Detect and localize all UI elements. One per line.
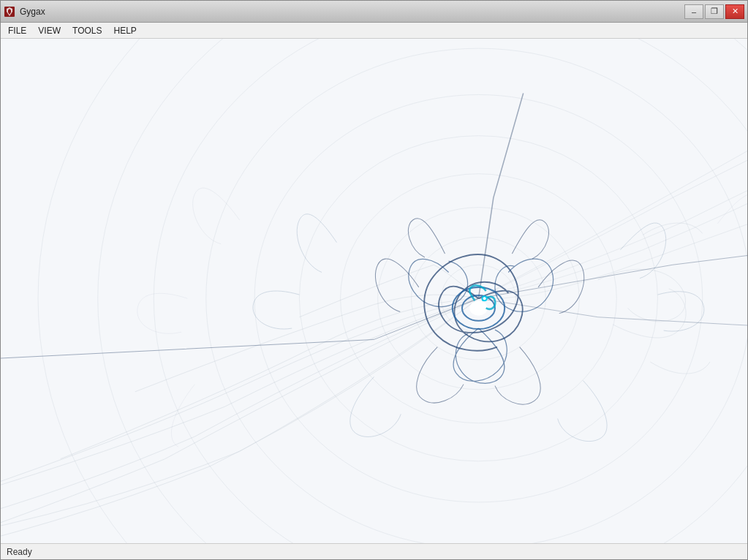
canvas-area bbox=[1, 39, 747, 543]
svg-rect-1 bbox=[1, 39, 747, 543]
status-bar: Ready bbox=[1, 543, 747, 559]
menu-file[interactable]: FILE bbox=[2, 23, 32, 39]
menu-bar: FILE VIEW TOOLS HELP bbox=[1, 23, 747, 39]
app-icon bbox=[4, 6, 15, 18]
window-title: Gygax bbox=[20, 7, 45, 17]
menu-help[interactable]: HELP bbox=[107, 23, 142, 39]
title-bar: Gygax – ❐ ✕ bbox=[1, 1, 747, 23]
restore-button[interactable]: ❐ bbox=[705, 4, 724, 19]
status-text: Ready bbox=[7, 547, 32, 557]
main-window: Gygax – ❐ ✕ FILE VIEW TOOLS HELP bbox=[0, 0, 748, 560]
menu-tools[interactable]: TOOLS bbox=[67, 23, 107, 39]
svg-point-15 bbox=[474, 304, 483, 311]
close-button[interactable]: ✕ bbox=[725, 4, 744, 19]
fractal-visualization bbox=[1, 39, 747, 543]
minimize-button[interactable]: – bbox=[684, 4, 703, 19]
svg-point-17 bbox=[483, 297, 486, 300]
title-bar-left: Gygax bbox=[4, 6, 45, 18]
title-bar-controls: – ❐ ✕ bbox=[684, 4, 744, 19]
menu-view[interactable]: VIEW bbox=[32, 23, 67, 39]
